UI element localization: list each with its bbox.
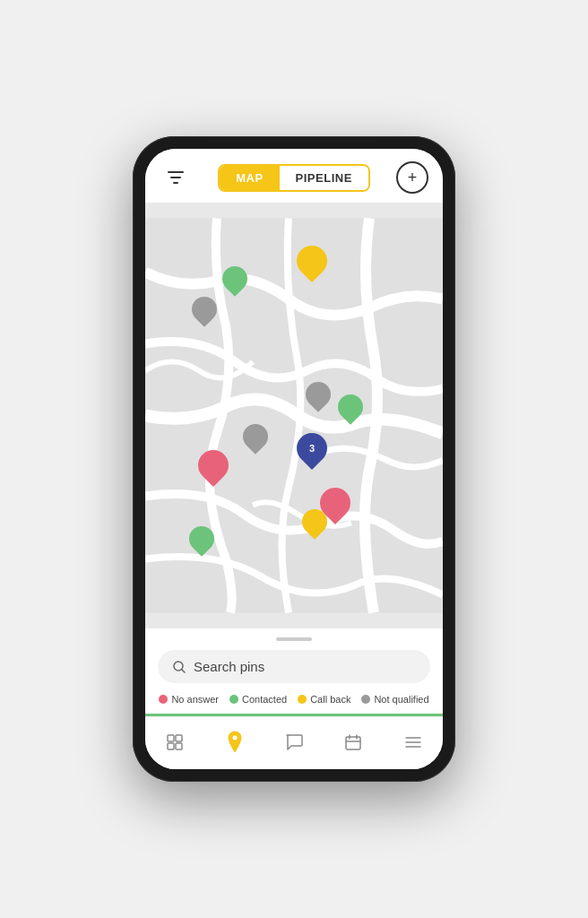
map-roads xyxy=(145,203,443,628)
pin-no-answer-1[interactable] xyxy=(198,450,229,481)
svg-rect-2 xyxy=(168,735,174,741)
svg-rect-7 xyxy=(346,737,360,749)
add-button[interactable]: + xyxy=(396,161,428,194)
search-icon xyxy=(172,660,186,674)
pin-cluster[interactable]: 3 xyxy=(297,433,327,463)
tab-map[interactable]: MAP xyxy=(220,166,279,190)
filter-button[interactable] xyxy=(160,161,192,194)
svg-rect-4 xyxy=(168,743,174,749)
phone-shell: MAP PIPELINE + xyxy=(133,136,455,782)
pin-not-qualified-2[interactable] xyxy=(306,382,331,407)
bottom-panel: Search pins No answer Contacted Call bac… xyxy=(145,628,443,716)
svg-point-6 xyxy=(232,736,237,740)
pin-not-qualified-3[interactable] xyxy=(243,424,268,449)
legend-dot-contacted xyxy=(229,695,238,704)
legend-dot-call-back xyxy=(298,695,307,704)
nav-item-chat[interactable] xyxy=(274,726,314,758)
nav-item-calendar[interactable] xyxy=(333,726,373,758)
svg-rect-5 xyxy=(176,743,182,749)
grid-icon xyxy=(165,732,185,752)
menu-icon xyxy=(403,732,423,752)
pin-call-back-2[interactable] xyxy=(302,509,327,534)
pin-contacted-3[interactable] xyxy=(189,526,214,551)
svg-rect-3 xyxy=(176,735,182,741)
search-bar[interactable]: Search pins xyxy=(158,650,430,683)
map-area[interactable]: 3 xyxy=(145,203,443,628)
legend-dot-not-qualified xyxy=(361,695,370,704)
pin-contacted-1[interactable] xyxy=(222,266,247,291)
nav-item-grid[interactable] xyxy=(155,726,195,758)
legend-contacted: Contacted xyxy=(229,694,287,705)
pin-call-back-1[interactable] xyxy=(297,246,327,276)
phone-wrapper: MAP PIPELINE + xyxy=(133,136,455,782)
pin-contacted-2[interactable] xyxy=(338,394,363,420)
phone-screen: MAP PIPELINE + xyxy=(145,149,443,769)
legend-dot-no-answer xyxy=(159,695,168,704)
tab-pipeline[interactable]: PIPELINE xyxy=(280,166,368,190)
nav-item-map[interactable] xyxy=(215,726,255,758)
calendar-icon xyxy=(343,732,363,752)
plus-icon: + xyxy=(408,169,418,187)
legend-label-contacted: Contacted xyxy=(242,694,287,705)
legend-label-not-qualified: Not qualified xyxy=(374,694,428,705)
drag-handle[interactable] xyxy=(276,637,312,641)
legend-label-no-answer: No answer xyxy=(171,694,219,705)
chat-icon xyxy=(284,732,304,752)
tab-group: MAP PIPELINE xyxy=(218,164,370,192)
legend-no-answer: No answer xyxy=(159,694,219,705)
legend-call-back: Call back xyxy=(298,694,350,705)
map-pin-icon xyxy=(225,731,245,754)
bottom-nav xyxy=(145,716,443,769)
pin-not-qualified-1[interactable] xyxy=(192,297,217,322)
nav-item-menu[interactable] xyxy=(393,726,433,758)
search-placeholder: Search pins xyxy=(194,659,264,674)
legend-label-call-back: Call back xyxy=(310,694,350,705)
header: MAP PIPELINE + xyxy=(145,149,443,203)
legend-not-qualified: Not qualified xyxy=(361,694,428,705)
legend: No answer Contacted Call back Not qualif… xyxy=(145,694,443,714)
